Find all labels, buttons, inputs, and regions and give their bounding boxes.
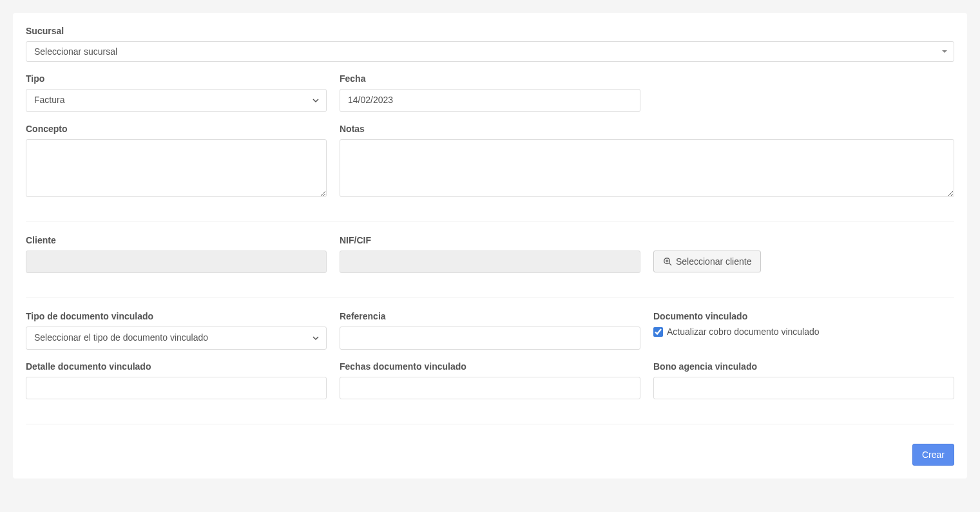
bono-agencia-vinculado-input[interactable] [653,377,954,400]
select-client-button-label: Seleccionar cliente [676,256,752,267]
bono-agencia-vinculado-label: Bono agencia vinculado [653,361,954,372]
cliente-input [26,251,327,274]
form-panel: Sucursal Seleccionar sucursal Tipo Factu… [13,13,967,479]
tipo-select[interactable]: Factura [26,89,327,112]
fechas-documento-vinculado-label: Fechas documento vinculado [340,361,640,372]
actualizar-cobro-checkbox[interactable] [653,327,663,337]
caret-down-icon [942,50,947,53]
fecha-label: Fecha [340,73,640,84]
detalle-documento-vinculado-input[interactable] [26,377,327,400]
divider [26,222,954,222]
sucursal-selected-value: Seleccionar sucursal [34,46,117,57]
spacer-label [653,235,762,245]
cliente-label: Cliente [26,235,327,245]
notas-textarea[interactable] [340,139,954,197]
tipo-documento-vinculado-select[interactable]: Seleccionar el tipo de documento vincula… [26,327,327,350]
svg-line-1 [669,263,672,266]
notas-label: Notas [340,124,954,134]
documento-vinculado-checkbox-wrapper: Actualizar cobro documento vinculado [653,327,954,337]
create-button-label: Crear [922,450,945,460]
referencia-input[interactable] [340,327,640,350]
divider [26,298,954,298]
tipo-label: Tipo [26,73,327,84]
documento-vinculado-label: Documento vinculado [653,311,954,321]
nif-cif-input [340,251,640,274]
footer-actions: Crear [26,444,954,466]
sucursal-select[interactable]: Seleccionar sucursal [26,41,954,62]
divider [26,424,954,424]
select-client-button[interactable]: Seleccionar cliente [653,251,762,272]
nif-cif-label: NIF/CIF [340,235,640,245]
create-button[interactable]: Crear [912,444,954,466]
detalle-documento-vinculado-label: Detalle documento vinculado [26,361,327,372]
referencia-label: Referencia [340,311,640,321]
actualizar-cobro-label: Actualizar cobro documento vinculado [667,327,820,337]
concepto-textarea[interactable] [26,139,327,197]
search-zoom-icon [663,257,672,266]
concepto-label: Concepto [26,124,327,134]
sucursal-label: Sucursal [26,26,954,36]
fechas-documento-vinculado-input[interactable] [340,377,640,400]
tipo-documento-vinculado-label: Tipo de documento vinculado [26,311,327,321]
fecha-input[interactable] [340,89,640,112]
